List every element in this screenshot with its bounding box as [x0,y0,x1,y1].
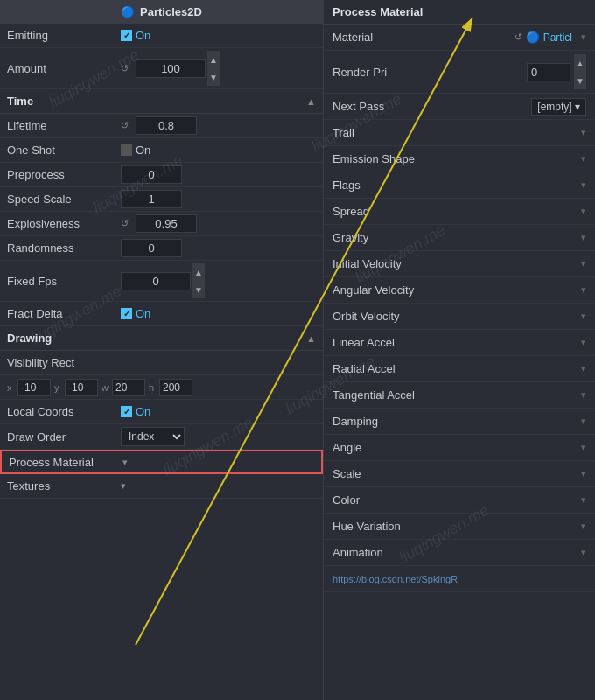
right-panel: Process Material Material ↺ 🔵 Particl ▾ … [324,0,595,700]
amount-up-btn[interactable]: ▲ [207,51,220,68]
prop-value-processmaterial: ▾ [122,457,314,468]
right-value-tangentialaccel: ▾ [576,389,586,401]
angle-chevron[interactable]: ▾ [581,442,586,453]
scale-chevron[interactable]: ▾ [581,468,586,480]
right-row-animation[interactable]: Animation ▾ [324,540,595,566]
coord-y-label: y [54,382,63,393]
right-row-emissionshape[interactable]: Emission Shape ▾ [324,146,595,172]
prop-label-emitting: Emitting [7,29,121,42]
nextpass-dropdown[interactable]: [empty] ▾ [531,98,586,116]
right-row-flags[interactable]: Flags ▾ [324,172,595,199]
orbitvelocity-chevron[interactable]: ▾ [581,311,586,322]
animation-chevron[interactable]: ▾ [581,547,586,558]
angularvelocity-chevron[interactable]: ▾ [581,284,586,296]
right-row-scale[interactable]: Scale ▾ [324,461,595,487]
right-value-material[interactable]: ↺ 🔵 Particl ▾ [514,31,586,44]
lifetime-input[interactable] [136,116,197,135]
emitting-checkbox[interactable]: ✓ [121,30,132,41]
prop-value-fractdelta[interactable]: ✓ On [121,307,316,320]
prop-row-preprocess: Preprocess [0,163,323,187]
prop-row-draworder: Draw Order Index Lifetime [0,424,323,450]
color-chevron[interactable]: ▾ [581,494,586,506]
right-row-huevariation[interactable]: Hue Variation ▾ [324,514,595,540]
right-row-resource: https://blog.csdn.net/SpkingR [324,566,595,592]
amount-down-btn[interactable]: ▼ [207,68,220,86]
renderpri-input[interactable] [527,63,570,81]
spread-chevron[interactable]: ▾ [581,206,586,217]
coord-y-input[interactable] [65,379,98,396]
fixedfps-up-btn[interactable]: ▲ [192,263,205,281]
huevariation-chevron[interactable]: ▾ [581,521,586,532]
right-row-angle[interactable]: Angle ▾ [324,435,595,461]
right-row-trail[interactable]: Trail ▾ [324,120,595,146]
prop-label-fixedfps: Fixed Fps [7,275,121,288]
amount-spinner[interactable]: ▲ ▼ [136,51,220,86]
material-chevron[interactable]: ▾ [581,32,586,43]
right-label-nextpass: Next Pass [332,100,531,113]
prop-value-explosiveness: ↺ [121,214,316,233]
right-row-tangentialaccel[interactable]: Tangential Accel ▾ [324,382,595,409]
prop-value-localcoords[interactable]: ✓ On [121,405,316,418]
renderpri-down-btn[interactable]: ▼ [574,72,586,89]
prop-row-fixedfps: Fixed Fps ▲ ▼ [0,261,323,302]
right-row-angularvelocity[interactable]: Angular Velocity ▾ [324,277,595,304]
renderpri-up-btn[interactable]: ▲ [574,54,586,72]
right-value-trail: ▾ [576,127,586,138]
trail-chevron[interactable]: ▾ [581,127,586,138]
radialaccel-chevron[interactable]: ▾ [581,363,586,374]
coord-h-input[interactable] [159,379,192,396]
right-row-orbitvelocity[interactable]: Orbit Velocity ▾ [324,304,595,330]
draworder-select[interactable]: Index Lifetime [121,427,185,446]
right-row-damping[interactable]: Damping ▾ [324,409,595,435]
right-row-gravity[interactable]: Gravity ▾ [324,225,595,251]
section-time[interactable]: Time ▲ [0,89,323,114]
fixedfps-input[interactable] [121,272,191,290]
prop-value-oneshot[interactable]: On [121,144,316,157]
right-value-angle: ▾ [576,442,586,453]
prop-value-emitting[interactable]: ✓ On [121,29,316,42]
amount-input[interactable] [136,60,206,78]
fixedfps-down-btn[interactable]: ▼ [192,281,205,298]
right-row-radialaccel[interactable]: Radial Accel ▾ [324,356,595,382]
amount-reset-icon[interactable]: ↺ [121,63,129,74]
tangentialaccel-chevron[interactable]: ▾ [581,389,586,401]
prop-row-textures[interactable]: Textures ▾ [0,474,323,499]
material-reset-icon[interactable]: ↺ [514,32,522,43]
right-label-spread: Spread [332,205,576,218]
right-label-scale: Scale [332,467,576,480]
prop-row-lifetime: Lifetime ↺ [0,114,323,138]
coord-w-input[interactable] [112,379,145,396]
right-row-material: Material ↺ 🔵 Particl ▾ [324,24,595,51]
right-value-radialaccel: ▾ [576,363,586,374]
preprocess-input[interactable] [121,165,182,184]
right-row-color[interactable]: Color ▾ [324,487,595,514]
emissionshape-chevron[interactable]: ▾ [581,153,586,164]
localcoords-checkbox[interactable]: ✓ [121,406,132,417]
speedscale-input[interactable] [121,190,182,208]
lifetime-reset-icon[interactable]: ↺ [121,120,129,131]
right-row-spread[interactable]: Spread ▾ [324,199,595,225]
initialvelocity-chevron[interactable]: ▾ [581,258,586,270]
prop-label-draworder: Draw Order [7,430,121,444]
prop-label-textures: Textures [7,480,121,493]
right-value-nextpass[interactable]: [empty] ▾ [531,98,586,116]
right-label-linearaccel: Linear Accel [332,336,576,349]
fractdelta-checkbox[interactable]: ✓ [121,308,132,319]
gravity-chevron[interactable]: ▾ [581,232,586,243]
flags-chevron[interactable]: ▾ [581,179,586,191]
right-row-initialvelocity[interactable]: Initial Velocity ▾ [324,251,595,277]
prop-row-processmaterial[interactable]: Process Material ▾ [0,450,323,474]
explosiveness-reset-icon[interactable]: ↺ [121,218,129,229]
damping-chevron[interactable]: ▾ [581,416,586,427]
prop-value-draworder[interactable]: Index Lifetime [121,427,316,446]
section-drawing[interactable]: Drawing ▲ [0,326,323,351]
right-row-linearaccel[interactable]: Linear Accel ▾ [324,330,595,356]
linearaccel-chevron[interactable]: ▾ [581,337,586,348]
fixedfps-spinner[interactable]: ▲ ▼ [121,263,205,298]
right-value-animation: ▾ [576,547,586,558]
randomness-input[interactable] [121,239,182,257]
explosiveness-input[interactable] [136,214,197,233]
localcoords-label: On [136,405,150,418]
oneshot-checkbox[interactable] [121,144,132,156]
coord-x-input[interactable] [18,379,51,396]
